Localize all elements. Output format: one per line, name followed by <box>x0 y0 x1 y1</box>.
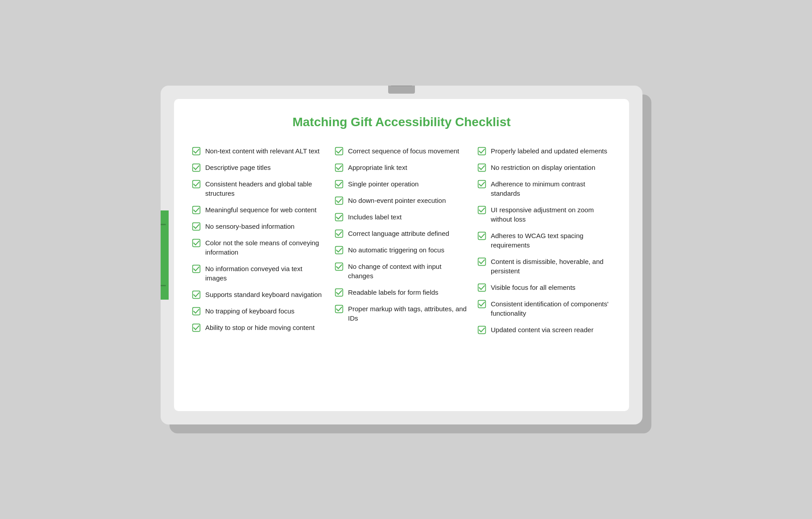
checkbox-checked-icon <box>335 246 344 255</box>
checkbox-checked-icon <box>477 180 486 189</box>
checkbox-checked-icon <box>192 163 201 172</box>
list-item: Updated content via screen reader <box>477 321 611 338</box>
column-2: Correct sequence of focus movement Appro… <box>335 143 468 338</box>
list-item: Ability to stop or hide moving content <box>192 319 326 336</box>
checklist-item-text: Visible focus for all elements <box>491 283 611 292</box>
column-1: Non-text content with relevant ALT text … <box>192 143 326 338</box>
checkbox-checked-icon <box>477 163 486 172</box>
checkbox-checked-icon <box>335 180 344 189</box>
checkbox-checked-icon <box>477 283 486 292</box>
checkbox-checked-icon <box>335 305 344 313</box>
checkbox-checked-icon <box>335 147 344 156</box>
checklist-item-text: Non-text content with relevant ALT text <box>205 146 326 156</box>
paper: Matching Gift Accessibility Checklist No… <box>174 99 629 411</box>
checkbox-checked-icon <box>192 323 201 332</box>
checkbox-checked-icon <box>477 147 486 156</box>
checklist-item-text: No information conveyed via text images <box>205 264 326 283</box>
checkbox-checked-icon <box>335 229 344 238</box>
checkbox-checked-icon <box>477 231 486 240</box>
checklist-item-text: Consistent identification of components'… <box>491 299 611 318</box>
columns-container: Non-text content with relevant ALT text … <box>192 143 611 338</box>
checklist-item-text: No down-event pointer execution <box>348 196 468 205</box>
checkbox-checked-icon <box>192 180 201 189</box>
checkbox-checked-icon <box>477 300 486 309</box>
list-item: No automatic triggering on focus <box>335 242 468 258</box>
checklist-item-text: No trapping of keyboard focus <box>205 306 326 316</box>
list-item: Descriptive page titles <box>192 159 326 176</box>
list-item: Single pointer operation <box>335 176 468 192</box>
checklist-item-text: Correct language attribute defined <box>348 229 468 238</box>
page-title: Matching Gift Accessibility Checklist <box>192 115 611 129</box>
checkbox-checked-icon <box>192 222 201 231</box>
list-item: Consistent identification of components'… <box>477 296 611 321</box>
list-item: Color not the sole means of conveying in… <box>192 235 326 260</box>
checklist-item-text: No sensory-based information <box>205 222 326 231</box>
checklist-item-text: No change of context with input changes <box>348 262 468 280</box>
checkbox-checked-icon <box>477 206 486 214</box>
checkbox-checked-icon <box>192 264 201 273</box>
clipboard-left-tab <box>161 210 169 300</box>
checklist-item-text: Supports standard keyboard navigation <box>205 290 326 299</box>
checklist-item-text: No automatic triggering on focus <box>348 245 468 255</box>
list-item: Includes label text <box>335 209 468 225</box>
checklist-item-text: Appropriate link text <box>348 163 468 172</box>
list-item: No sensory-based information <box>192 218 326 235</box>
checklist-item-text: Proper markup with tags, attributes, and… <box>348 304 468 323</box>
checklist-item-text: Properly labeled and updated elements <box>491 146 611 156</box>
scene: Matching Gift Accessibility Checklist No… <box>161 86 651 433</box>
checkbox-checked-icon <box>477 257 486 266</box>
checklist-item-text: Includes label text <box>348 212 468 222</box>
checklist-item-text: Single pointer operation <box>348 179 468 189</box>
list-item: Supports standard keyboard navigation <box>192 286 326 303</box>
column-3: Properly labeled and updated elements No… <box>477 143 611 338</box>
checkbox-checked-icon <box>335 163 344 172</box>
checklist-item-text: No restriction on display orientation <box>491 163 611 172</box>
checkbox-checked-icon <box>192 206 201 214</box>
list-item: No trapping of keyboard focus <box>192 303 326 319</box>
checklist-item-text: Updated content via screen reader <box>491 325 611 334</box>
list-item: No information conveyed via text images <box>192 260 326 286</box>
list-item: UI responsive adjustment on zoom without… <box>477 202 611 227</box>
checklist-item-text: Consistent headers and global table stru… <box>205 179 326 198</box>
list-item: Adheres to WCAG text spacing requirement… <box>477 227 611 253</box>
clipboard: Matching Gift Accessibility Checklist No… <box>161 86 642 424</box>
checklist-item-text: UI responsive adjustment on zoom without… <box>491 205 611 224</box>
checkbox-checked-icon <box>192 147 201 156</box>
checklist-item-text: Meaningful sequence for web content <box>205 205 326 214</box>
list-item: No down-event pointer execution <box>335 192 468 209</box>
list-item: Content is dismissible, hoverable, and p… <box>477 253 611 279</box>
checkbox-checked-icon <box>192 239 201 247</box>
checklist-item-text: Adheres to WCAG text spacing requirement… <box>491 231 611 250</box>
checklist-item-text: Correct sequence of focus movement <box>348 146 468 156</box>
list-item: Appropriate link text <box>335 159 468 176</box>
list-item: Visible focus for all elements <box>477 279 611 296</box>
checklist-item-text: Color not the sole means of conveying in… <box>205 238 326 257</box>
list-item: Correct sequence of focus movement <box>335 143 468 159</box>
list-item: No change of context with input changes <box>335 258 468 284</box>
checklist-item-text: Content is dismissible, hoverable, and p… <box>491 257 611 276</box>
checkbox-checked-icon <box>335 213 344 222</box>
list-item: Correct language attribute defined <box>335 225 468 242</box>
checklist-item-text: Readable labels for form fields <box>348 288 468 297</box>
checklist-item-text: Ability to stop or hide moving content <box>205 323 326 332</box>
list-item: Meaningful sequence for web content <box>192 202 326 218</box>
checkbox-checked-icon <box>192 290 201 299</box>
checkbox-checked-icon <box>335 196 344 205</box>
clipboard-clip <box>388 86 415 94</box>
list-item: Non-text content with relevant ALT text <box>192 143 326 159</box>
list-item: Proper markup with tags, attributes, and… <box>335 301 468 326</box>
checkbox-checked-icon <box>192 307 201 316</box>
list-item: Consistent headers and global table stru… <box>192 176 326 202</box>
list-item: Properly labeled and updated elements <box>477 143 611 159</box>
checklist-item-text: Adherence to minimum contrast standards <box>491 179 611 198</box>
checklist-item-text: Descriptive page titles <box>205 163 326 172</box>
list-item: Readable labels for form fields <box>335 284 468 301</box>
list-item: Adherence to minimum contrast standards <box>477 176 611 202</box>
checkbox-checked-icon <box>335 262 344 271</box>
checkbox-checked-icon <box>335 288 344 297</box>
checkbox-checked-icon <box>477 325 486 334</box>
list-item: No restriction on display orientation <box>477 159 611 176</box>
